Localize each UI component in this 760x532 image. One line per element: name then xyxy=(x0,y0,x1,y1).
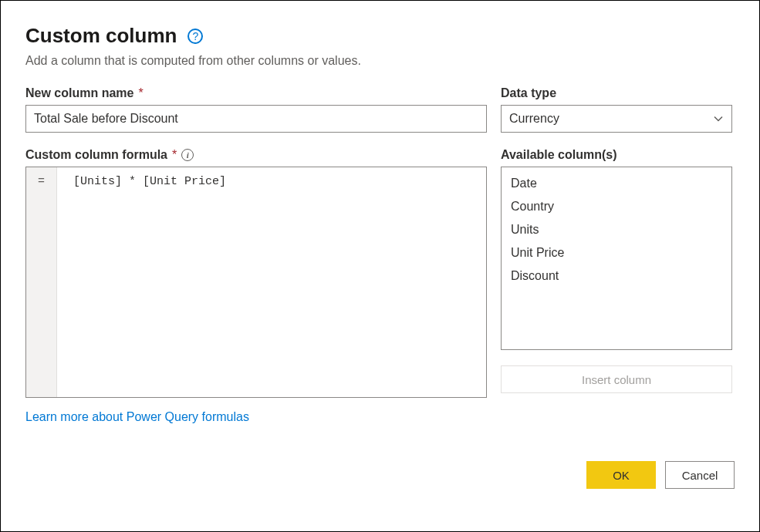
datatype-select[interactable]: Currency xyxy=(501,105,732,133)
formula-label: Custom column formula * i xyxy=(25,148,487,162)
available-columns-label: Available column(s) xyxy=(501,148,732,162)
available-columns-list: Date Country Units Unit Price Discount xyxy=(501,167,732,350)
formula-field: Custom column formula * i = [Units] * [U… xyxy=(25,148,487,398)
chevron-down-icon xyxy=(713,113,724,124)
list-item[interactable]: Unit Price xyxy=(502,241,731,264)
list-item[interactable]: Units xyxy=(502,218,731,241)
required-indicator: * xyxy=(138,86,143,100)
datatype-label: Data type xyxy=(501,86,732,100)
info-icon[interactable]: i xyxy=(181,149,194,161)
dialog-title: Custom column xyxy=(25,24,177,48)
list-item[interactable]: Country xyxy=(502,195,731,218)
formula-textarea[interactable]: [Units] * [Unit Price] xyxy=(57,167,486,397)
insert-column-button[interactable]: Insert column xyxy=(501,365,732,393)
column-name-field: New column name * xyxy=(25,86,487,133)
formula-gutter: = xyxy=(26,167,57,397)
dialog-header: Custom column ? xyxy=(25,24,735,48)
datatype-value: Currency xyxy=(509,112,559,126)
required-indicator: * xyxy=(172,148,177,162)
list-item[interactable]: Date xyxy=(502,172,731,195)
formula-editor[interactable]: = [Units] * [Unit Price] xyxy=(25,167,487,398)
help-icon[interactable]: ? xyxy=(187,29,203,44)
cancel-button[interactable]: Cancel xyxy=(665,461,735,489)
list-item[interactable]: Discount xyxy=(502,264,731,288)
datatype-field: Data type Currency xyxy=(501,86,732,133)
column-name-input[interactable] xyxy=(25,105,487,133)
dialog-subtitle: Add a column that is computed from other… xyxy=(25,54,735,68)
ok-button[interactable]: OK xyxy=(586,461,656,489)
available-columns-field: Available column(s) Date Country Units U… xyxy=(501,148,732,398)
dialog-footer: OK Cancel xyxy=(25,461,735,489)
learn-more-link[interactable]: Learn more about Power Query formulas xyxy=(25,410,249,424)
column-name-label: New column name * xyxy=(25,86,487,100)
